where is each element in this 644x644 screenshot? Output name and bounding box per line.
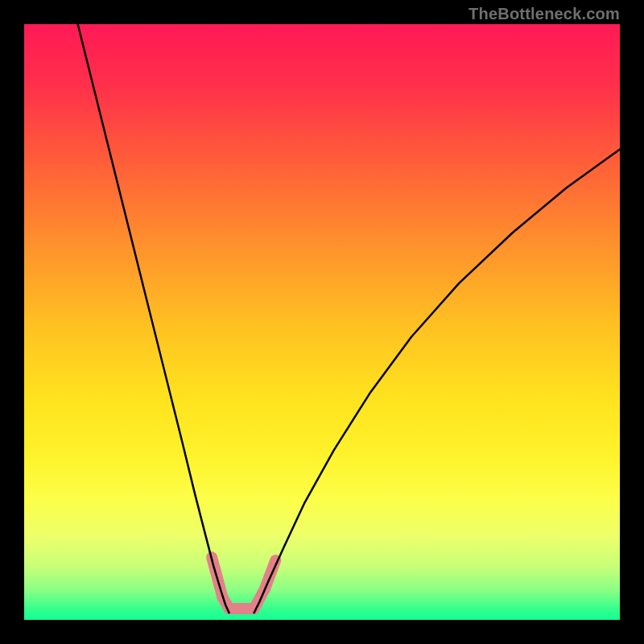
watermark-text: TheBottleneck.com [469, 5, 620, 23]
series-curve-left [78, 24, 229, 613]
series-curve-right [254, 149, 620, 613]
chart-frame: TheBottleneck.com [0, 0, 644, 644]
curve-layer [24, 24, 620, 620]
plot-area [24, 24, 620, 620]
